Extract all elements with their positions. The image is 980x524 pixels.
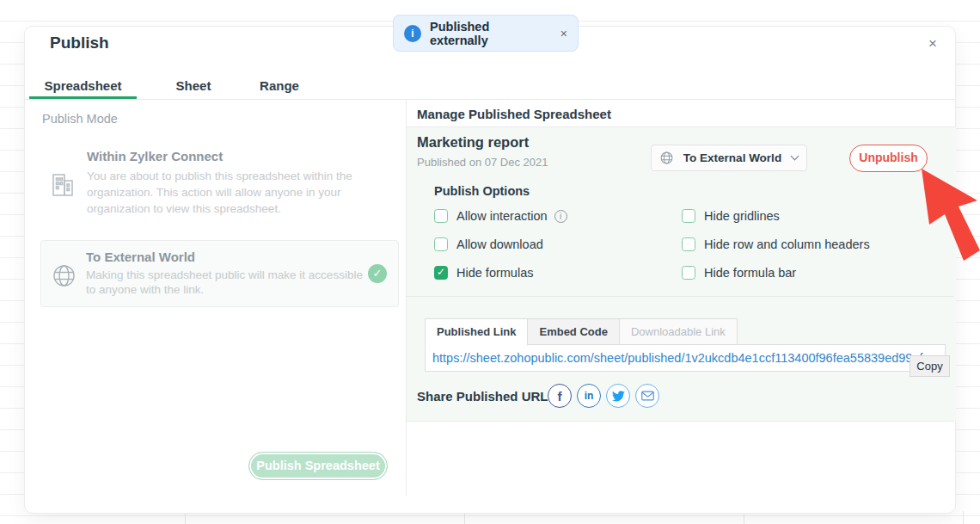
dialog-title: Publish: [50, 34, 109, 52]
checkbox-checked-icon[interactable]: [434, 266, 448, 280]
mode-external-world-card[interactable]: To External World Making this spreadshee…: [40, 240, 399, 307]
published-url-link[interactable]: https://sheet.zohopublic.com/sheet/publi…: [425, 344, 946, 372]
visibility-selected-value: To External World: [680, 151, 785, 164]
checkbox-allow-download[interactable]: Allow download: [434, 237, 543, 251]
organization-icon: [51, 173, 75, 197]
toast-close-icon[interactable]: ×: [560, 27, 567, 40]
checkbox-hide-gridlines[interactable]: Hide gridlines: [682, 209, 780, 223]
unpublish-button[interactable]: Unpublish: [849, 145, 928, 172]
mode-within-org-description: You are about to publish this spreadshee…: [87, 168, 375, 217]
tab-embed-code[interactable]: Embed Code: [527, 318, 619, 345]
publish-mode-heading: Publish Mode: [42, 112, 118, 126]
publish-dialog: Publish × Spreadsheet Sheet Range Publis…: [24, 26, 956, 514]
tab-range[interactable]: Range: [240, 76, 319, 99]
email-icon[interactable]: [635, 384, 659, 408]
publish-options-heading: Publish Options: [434, 184, 530, 198]
published-date: Published on 07 Dec 2021: [417, 156, 548, 169]
mode-external-world-description: Making this spreadsheet public will make…: [86, 268, 370, 297]
mode-external-world-title: To External World: [86, 250, 195, 264]
chevron-down-icon: [791, 152, 799, 161]
checkbox-icon[interactable]: [434, 237, 448, 251]
share-heading: Share Published URL: [417, 389, 548, 404]
toast-published-externally: Published externally ×: [393, 15, 579, 52]
published-link-box: Published Link Embed Code Downloadable L…: [425, 318, 946, 372]
divider: [25, 99, 955, 100]
toast-text: Published externally: [430, 20, 547, 47]
linkedin-icon[interactable]: in: [577, 384, 601, 408]
checkbox-hide-row-column-headers[interactable]: Hide row and column headers: [682, 237, 870, 251]
tab-spreadsheet[interactable]: Spreadsheet: [29, 76, 137, 99]
manage-heading: Manage Published Spreadsheet: [417, 107, 611, 121]
mode-within-org-title[interactable]: Within Zylker Connect: [87, 149, 223, 163]
tab-published-link[interactable]: Published Link: [425, 318, 528, 346]
copy-button[interactable]: Copy: [910, 355, 950, 377]
close-icon[interactable]: ×: [922, 34, 943, 54]
checkbox-hide-formula-bar[interactable]: Hide formula bar: [682, 266, 796, 280]
publish-spreadsheet-button[interactable]: Publish Spreadsheet: [248, 452, 388, 480]
selected-check-icon: [368, 264, 387, 283]
grid-column-line: [963, 511, 964, 524]
divider: [406, 296, 954, 297]
info-icon[interactable]: [554, 210, 567, 223]
checkbox-hide-formulas[interactable]: Hide formulas: [434, 266, 533, 280]
globe-icon: [660, 151, 673, 164]
document-title: Marketing report: [417, 134, 529, 151]
divider: [406, 126, 955, 127]
twitter-icon[interactable]: [606, 384, 630, 408]
checkbox-allow-interaction[interactable]: Allow interaction: [434, 209, 567, 223]
visibility-dropdown[interactable]: To External World: [651, 145, 807, 171]
checkbox-icon[interactable]: [682, 266, 695, 280]
checkbox-icon[interactable]: [682, 237, 695, 251]
share-icon-row: f in: [548, 384, 659, 408]
checkbox-icon[interactable]: [682, 209, 695, 223]
tab-downloadable-link[interactable]: Downloadable Link: [619, 318, 738, 345]
tab-sheet[interactable]: Sheet: [154, 76, 233, 99]
checkbox-icon[interactable]: [434, 209, 448, 223]
globe-icon: [52, 264, 76, 287]
info-icon: [404, 25, 421, 42]
divider: [406, 421, 954, 422]
facebook-icon[interactable]: f: [548, 384, 572, 408]
